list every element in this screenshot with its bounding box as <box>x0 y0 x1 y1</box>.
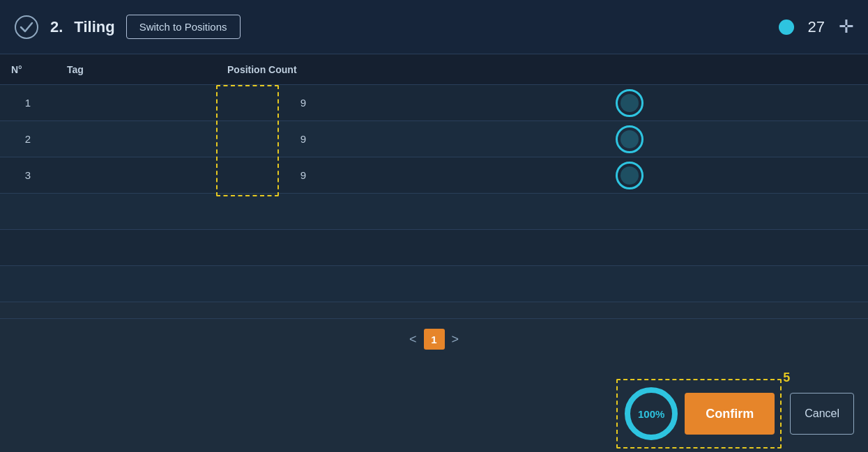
cell-num-2: 2 <box>0 133 56 145</box>
cell-icon-3 <box>390 162 868 189</box>
circle-icon-inner-3 <box>620 166 639 185</box>
table-row: 3 9 <box>0 157 868 194</box>
current-page[interactable]: 1 <box>424 329 445 350</box>
step-number: 2. <box>50 18 63 36</box>
table-body: 1 9 2 9 3 9 <box>0 85 868 319</box>
circle-icon-inner-2 <box>620 130 639 148</box>
main-content: N° Tag Position Count 1 9 2 9 <box>0 54 868 359</box>
circle-icon-inner-1 <box>620 94 639 112</box>
cell-icon-2 <box>390 125 868 153</box>
svg-point-0 <box>15 16 38 38</box>
step-title: Tiling <box>74 18 114 36</box>
progress-circle: 100% <box>623 386 679 442</box>
empty-row-1 <box>0 194 868 230</box>
circle-icon-1[interactable] <box>616 89 644 117</box>
empty-rows <box>0 194 868 319</box>
cell-pos-count-1: 9 <box>216 97 390 109</box>
empty-row-2 <box>0 230 868 266</box>
confirm-button[interactable]: Confirm <box>685 393 775 435</box>
circle-icon-2[interactable] <box>616 125 644 153</box>
cell-pos-count-3: 9 <box>216 169 390 181</box>
col-header-num: N° <box>0 64 56 75</box>
prev-page-button[interactable]: < <box>409 332 417 347</box>
cell-num-3: 3 <box>0 169 56 181</box>
check-icon <box>14 15 39 40</box>
cell-num-1: 1 <box>0 97 56 109</box>
circle-icon-3[interactable] <box>616 162 644 189</box>
cancel-button[interactable]: Cancel <box>790 393 854 435</box>
action-dashed-box: 5 100% Confirm <box>616 379 782 449</box>
header-left: 2. Tiling Switch to Positions <box>14 15 241 40</box>
progress-label: 100% <box>638 408 664 420</box>
item-count: 27 <box>808 18 825 36</box>
table-header: N° Tag Position Count <box>0 54 868 85</box>
table-row: 1 9 <box>0 85 868 121</box>
col-header-tag: Tag <box>56 64 216 75</box>
badge-5: 5 <box>783 371 790 385</box>
pagination: < 1 > <box>0 319 868 359</box>
cell-icon-1 <box>390 89 868 117</box>
col-header-position-count: Position Count <box>216 64 390 75</box>
header-right: 27 ✛ <box>779 16 854 38</box>
next-page-button[interactable]: > <box>452 332 459 347</box>
bottom-bar: 5 100% Confirm Cancel <box>0 375 868 452</box>
table-row: 2 9 <box>0 121 868 157</box>
status-dot <box>779 20 794 35</box>
empty-row-3 <box>0 266 868 302</box>
move-icon[interactable]: ✛ <box>839 16 854 38</box>
cell-pos-count-2: 9 <box>216 133 390 145</box>
switch-to-positions-button[interactable]: Switch to Positions <box>126 15 241 39</box>
header: 2. Tiling Switch to Positions 27 ✛ <box>0 0 868 54</box>
